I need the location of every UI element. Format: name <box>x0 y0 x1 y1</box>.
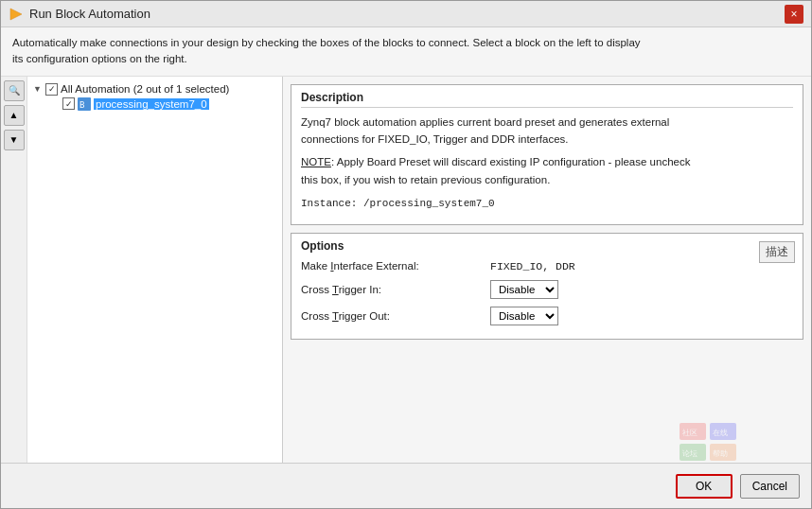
svg-marker-0 <box>10 9 22 20</box>
desc-p2: NOTE: Apply Board Preset will discard ex… <box>301 156 690 184</box>
make-interface-value: FIXED_IO, DDR <box>490 260 575 272</box>
description-bar: Automatically make connections in your d… <box>1 27 811 77</box>
tree-root-item[interactable]: ▼ ✓ All Automation (2 out of 1 selected) <box>31 82 278 97</box>
options-section: Options 描述 Make Interface External: FIXE… <box>291 233 803 340</box>
trigger-out-select[interactable]: Disable Enable <box>491 307 557 325</box>
cancel-button[interactable]: Cancel <box>740 474 800 499</box>
options-watermark: 描述 <box>759 241 795 263</box>
description-section: Description Zynq7 block automation appli… <box>291 84 803 225</box>
tree-child-label: processing_system7_0 <box>94 98 209 110</box>
description-line2: its configuration options on the right. <box>12 53 187 64</box>
make-interface-label: Make Interface External: <box>301 260 490 272</box>
block-icon: B <box>78 97 91 111</box>
trigger-in-label: Cross Trigger In: <box>301 284 490 295</box>
ok-button[interactable]: OK <box>676 474 733 499</box>
left-toolbar: 🔍 ▲ ▼ <box>1 77 27 464</box>
description-content: Zynq7 block automation applies current b… <box>301 114 793 213</box>
svg-text:B: B <box>79 100 84 110</box>
expand-button[interactable]: ▼ <box>4 130 25 150</box>
window-title: Run Block Automation <box>29 7 150 21</box>
title-bar: Run Block Automation × <box>1 1 811 27</box>
collapse-button[interactable]: ▲ <box>4 105 25 126</box>
right-panel-spacer <box>291 347 803 455</box>
instance-label: Instance: /processing_system7_0 <box>301 198 495 209</box>
tree-panel: ▼ ✓ All Automation (2 out of 1 selected)… <box>27 77 283 464</box>
desc-p1: Zynq7 block automation applies current b… <box>301 116 669 145</box>
description-line1: Automatically make connections in your d… <box>12 37 641 48</box>
zoom-in-button[interactable]: 🔍 <box>4 80 25 101</box>
tree-child-item[interactable]: ✓ B processing_system7_0 <box>48 97 278 112</box>
option-row-make-interface: Make Interface External: FIXED_IO, DDR <box>301 260 793 272</box>
options-section-title: Options <box>301 239 793 253</box>
option-row-trigger-in: Cross Trigger In: Disable Enable <box>301 280 793 299</box>
trigger-out-label: Cross Trigger Out: <box>301 310 490 322</box>
option-row-trigger-out: Cross Trigger Out: Disable Enable <box>301 307 793 325</box>
tree-root-label: All Automation (2 out of 1 selected) <box>61 83 229 95</box>
child-checkbox[interactable]: ✓ <box>62 97 75 110</box>
close-button[interactable]: × <box>785 5 803 24</box>
trigger-in-select-wrapper[interactable]: Disable Enable <box>490 280 558 299</box>
root-checkbox[interactable]: ✓ <box>45 83 58 96</box>
vivado-icon <box>9 7 24 22</box>
run-block-automation-dialog: Run Block Automation × Automatically mak… <box>0 0 812 509</box>
bottom-bar: 社区 论坛 在线 帮助 OK Cancel <box>1 463 811 508</box>
trigger-in-select[interactable]: Disable Enable <box>491 281 557 298</box>
trigger-out-select-wrapper[interactable]: Disable Enable <box>490 307 558 325</box>
tree-expand-arrow: ▼ <box>33 84 43 94</box>
right-panel: Description Zynq7 block automation appli… <box>283 77 811 464</box>
main-area: 🔍 ▲ ▼ ▼ ✓ All Automation (2 out of 1 sel… <box>1 77 811 464</box>
tree-child-container: ✓ B processing_system7_0 <box>48 97 278 112</box>
description-section-title: Description <box>301 91 793 108</box>
title-bar-left: Run Block Automation <box>9 7 150 22</box>
